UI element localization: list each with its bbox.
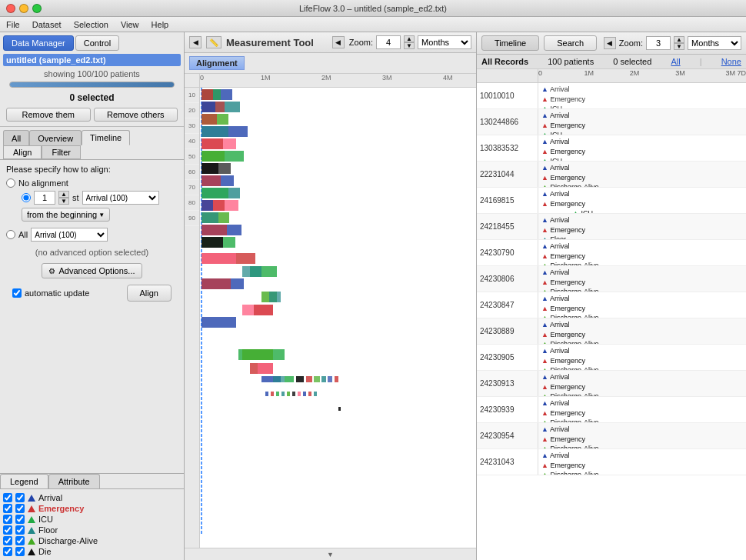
advanced-options-button[interactable]: ⚙ Advanced Options... (42, 263, 142, 278)
no-alignment-radio[interactable] (6, 178, 15, 188)
tab-timeline[interactable]: Timeline (82, 130, 130, 145)
all-event-select[interactable]: Arrival (100) (31, 228, 108, 242)
arrival-label: Arrival (38, 493, 62, 502)
close-button[interactable] (6, 4, 15, 13)
none-link[interactable]: None (721, 57, 741, 66)
right-ruler-3m: 3M (675, 69, 685, 77)
scroll-indicator[interactable]: ▼ (185, 548, 476, 560)
stepper-group: ▲ ▼ (58, 191, 69, 205)
search-button[interactable]: Search (544, 35, 597, 51)
svg-rect-52 (328, 376, 332, 382)
arrival-check-2[interactable] (15, 493, 25, 502)
list-item: ICU (3, 514, 181, 525)
file-title: untitled (sample_ed2.txt) (3, 54, 181, 66)
remove-them-button[interactable]: Remove them (6, 108, 91, 122)
svg-rect-48 (296, 376, 304, 382)
align-tab[interactable]: Align (3, 145, 42, 159)
from-beginning-button[interactable]: from the beginning ▼ (22, 208, 110, 222)
left-arrow[interactable]: ◀ (332, 36, 345, 48)
menu-file[interactable]: File (6, 20, 20, 29)
icu-check-2[interactable] (15, 515, 25, 524)
svg-rect-16 (201, 163, 218, 174)
discharge-label: Discharge-Alive (38, 536, 98, 545)
right-zoom-group: ◀ Zoom: ▲ ▼ Months Days Weeks (604, 36, 741, 50)
auto-update-checkbox[interactable] (12, 288, 22, 298)
emergency-check-2[interactable] (15, 504, 25, 513)
control-tab[interactable]: Control (75, 35, 119, 51)
right-zoom-input[interactable] (646, 36, 671, 50)
maximize-button[interactable] (32, 4, 42, 13)
all-link[interactable]: All (671, 57, 680, 66)
step-down-button[interactable]: ▼ (58, 198, 69, 205)
svg-rect-35 (201, 278, 231, 289)
icu-check-1[interactable] (3, 515, 12, 524)
menu-help[interactable]: Help (152, 20, 169, 29)
discharge-check-1[interactable] (3, 536, 12, 545)
discharge-icon (28, 538, 35, 545)
timeline-button[interactable]: Timeline (481, 35, 539, 51)
record-id: 24169815 (477, 188, 538, 213)
middle-panel: ◀ 📏 Measurement Tool ◀ Zoom: ▲ ▼ Months … (185, 32, 477, 560)
record-id: 130383532 (477, 135, 538, 161)
ruler-mark-2m: 2M (321, 74, 331, 82)
row-num: 20 (185, 103, 199, 118)
menu-view[interactable]: View (121, 20, 139, 29)
record-timeline: ▲ Arrival ▲ Emergency ▲ ICU ▲ Floor ▲ Di… (538, 109, 746, 135)
step-alignment-radio[interactable] (22, 193, 31, 202)
menu-selection[interactable]: Selection (74, 20, 108, 29)
menu-dataset[interactable]: Dataset (32, 20, 62, 29)
svg-rect-61 (303, 392, 306, 396)
row-num: 60 (185, 165, 199, 180)
record-id: 24230954 (477, 423, 538, 448)
right-months-select[interactable]: Months Days Weeks (688, 36, 741, 50)
legend-tab[interactable]: Legend (0, 474, 48, 488)
all-radio[interactable] (6, 230, 15, 239)
patients-info: 100 patients (548, 57, 594, 66)
die-check-1[interactable] (3, 547, 12, 556)
prev-arrow[interactable]: ◀ (189, 36, 201, 48)
svg-rect-63 (314, 392, 317, 396)
window-controls[interactable] (6, 4, 42, 13)
event-select[interactable]: Arrival (100) Emergency ICU Floor (82, 191, 159, 205)
all-label: All (18, 230, 28, 239)
legend-items: Arrival Emergency ICU (0, 489, 184, 560)
filter-tab[interactable]: Filter (42, 145, 80, 159)
svg-rect-58 (287, 392, 290, 396)
record-id: 24230806 (477, 266, 538, 292)
align-button[interactable]: Align (127, 285, 172, 302)
step-value-input[interactable] (34, 191, 55, 205)
zoom-input[interactable] (376, 35, 401, 49)
right-nav-arrow[interactable]: ◀ (604, 37, 616, 49)
arrival-check-1[interactable] (3, 493, 12, 502)
right-zoom-down[interactable]: ▼ (674, 43, 684, 50)
remove-others-button[interactable]: Remove others (94, 108, 178, 122)
legend-tabs: Legend Attribute (0, 474, 184, 489)
svg-rect-42 (242, 349, 273, 360)
tab-overview[interactable]: Overview (29, 130, 82, 145)
emergency-check-1[interactable] (3, 504, 12, 513)
gear-icon: ⚙ (48, 267, 55, 275)
minimize-button[interactable] (19, 4, 28, 13)
record-timeline: ▲ Arrival ▲ Emergency ▲ Discharge-Alive (538, 318, 746, 344)
zoom-down-button[interactable]: ▼ (404, 42, 415, 49)
scroll-arrow-down[interactable]: ▼ (327, 551, 334, 558)
zoom-up-button[interactable]: ▲ (404, 35, 415, 42)
attribute-tab[interactable]: Attribute (48, 474, 100, 488)
align-title: Please specify how to align: (6, 165, 178, 174)
months-select[interactable]: Months Days Weeks Years (418, 35, 471, 49)
step-up-button[interactable]: ▲ (58, 191, 69, 198)
chart-area[interactable] (200, 88, 476, 548)
records-list[interactable]: 10010010 ▲ Arrival ▲ Emergency ▲ ICU ▲ D… (477, 83, 746, 560)
die-check-2[interactable] (15, 547, 25, 556)
middle-toolbar: ◀ 📏 Measurement Tool ◀ Zoom: ▲ ▼ Months … (185, 32, 476, 53)
floor-check-2[interactable] (15, 525, 25, 535)
emergency-icon (28, 505, 35, 512)
icu-label: ICU (38, 515, 53, 524)
data-manager-tab[interactable]: Data Manager (3, 35, 74, 51)
tab-all[interactable]: All (3, 130, 29, 145)
record-id: 24230889 (477, 318, 538, 344)
floor-check-1[interactable] (3, 525, 12, 535)
discharge-check-2[interactable] (15, 536, 25, 545)
right-zoom-up[interactable]: ▲ (674, 36, 684, 43)
svg-rect-49 (306, 376, 312, 382)
